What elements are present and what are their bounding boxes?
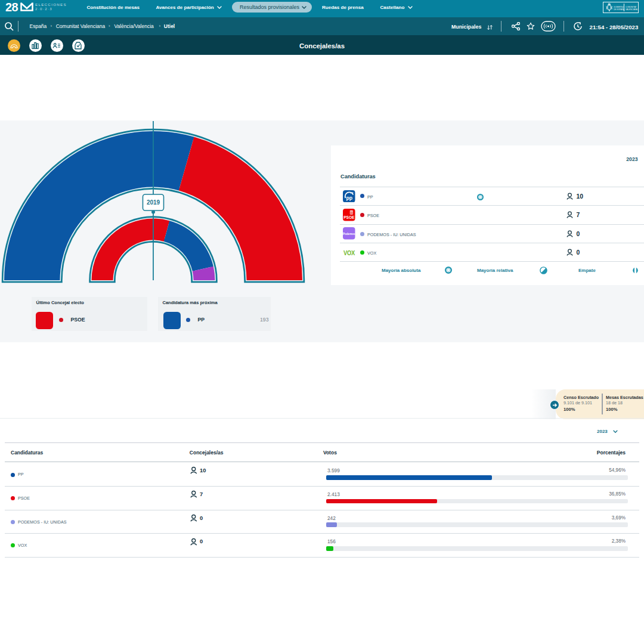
svg-text:pp: pp bbox=[346, 194, 353, 200]
svg-text:Podemos: Podemos bbox=[343, 233, 355, 236]
svg-text:2019: 2019 bbox=[147, 199, 160, 206]
svg-text:PSOE: PSOE bbox=[343, 215, 355, 219]
